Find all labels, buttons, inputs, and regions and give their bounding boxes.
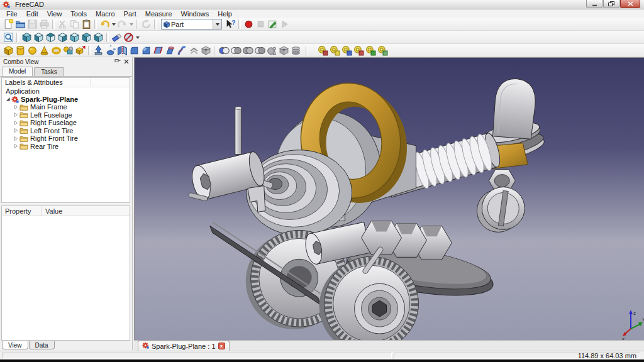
collapsed-arrow-icon[interactable]	[13, 136, 19, 141]
title-bar[interactable]: FreeCAD	[0, 0, 644, 9]
primitive-cone-icon[interactable]	[38, 45, 50, 57]
menu-view[interactable]: View	[43, 10, 67, 18]
sweep-icon[interactable]	[176, 45, 188, 57]
collapsed-arrow-icon[interactable]	[13, 104, 19, 110]
tree-item-left-fuselage[interactable]: Left Fuselage	[2, 111, 130, 119]
offset-icon[interactable]	[188, 45, 200, 57]
copy-icon[interactable]	[69, 18, 80, 30]
right-view-icon[interactable]	[57, 31, 69, 43]
turn-off-style-icon[interactable]	[123, 31, 135, 43]
open-document-icon[interactable]	[14, 18, 26, 30]
tree-header[interactable]: Labels & Attributes	[2, 78, 130, 87]
boolean-operation-icon[interactable]	[218, 45, 230, 57]
dock-close-icon[interactable]	[124, 58, 129, 65]
tree-item-right-front-tire[interactable]: Right Front Tire	[2, 134, 130, 143]
shape-builder-icon[interactable]	[62, 45, 74, 57]
primitive-sphere-icon[interactable]	[26, 45, 38, 57]
tree-item-document[interactable]: Spark-Plug-Plane	[2, 96, 130, 104]
primitive-box-icon[interactable]	[3, 45, 14, 57]
tab-tasks[interactable]: Tasks	[34, 67, 64, 76]
rear-view-icon[interactable]	[69, 31, 80, 43]
cut-icon[interactable]	[57, 18, 69, 30]
left-view-icon[interactable]	[92, 31, 104, 43]
measure-linear-icon[interactable]	[317, 45, 329, 57]
chamfer-icon[interactable]	[140, 45, 152, 57]
cross-sections-icon[interactable]	[290, 45, 302, 57]
clear-measurement-icon[interactable]	[353, 45, 365, 57]
draw-style-options-icon[interactable]	[135, 31, 140, 43]
document-tab[interactable]: Spark-Plug-Plane : 1 x	[138, 341, 230, 351]
collapsed-arrow-icon[interactable]	[13, 112, 19, 118]
macro-edit-icon[interactable]	[267, 18, 279, 30]
redo-options-icon[interactable]	[128, 18, 134, 30]
menu-windows[interactable]: Windows	[177, 10, 214, 18]
workbench-selector[interactable]: Part	[161, 19, 222, 30]
revolve-icon[interactable]	[104, 45, 116, 57]
front-view-icon[interactable]	[33, 31, 45, 43]
combo-view-titlebar[interactable]: Combo View	[0, 57, 132, 66]
macro-record-icon[interactable]	[243, 18, 255, 30]
mirror-icon[interactable]	[116, 45, 128, 57]
redo-icon[interactable]	[116, 18, 128, 30]
boolean-intersection-icon[interactable]	[254, 45, 266, 57]
dock-pin-icon[interactable]	[114, 58, 121, 65]
top-view-icon[interactable]	[45, 31, 57, 43]
3d-viewport[interactable]: z Y x	[134, 57, 644, 340]
collapsed-arrow-icon[interactable]	[13, 143, 19, 149]
tab-close-button[interactable]: x	[218, 343, 225, 349]
menu-measure[interactable]: Measure	[141, 10, 177, 18]
workbench-dropdown-button[interactable]	[213, 19, 221, 29]
primitive-torus-icon[interactable]	[50, 45, 62, 57]
macro-stop-icon[interactable]	[255, 18, 267, 30]
fit-all-icon[interactable]	[3, 31, 14, 43]
tab-view[interactable]: View	[2, 341, 28, 349]
minimize-button[interactable]	[586, 0, 602, 8]
collapsed-arrow-icon[interactable]	[13, 128, 19, 133]
tree-item-rear-tire[interactable]: Rear Tire	[2, 143, 130, 151]
thickness-icon[interactable]	[200, 45, 212, 57]
menu-macro[interactable]: Macro	[91, 10, 119, 18]
tree-item-left-front-tire[interactable]: Left Front Tire	[2, 127, 130, 135]
tree-item-application[interactable]: Application	[2, 87, 130, 96]
undo-icon[interactable]	[99, 18, 111, 30]
boolean-cut-icon[interactable]	[230, 45, 242, 57]
restore-button[interactable]	[603, 0, 619, 8]
model-left-pod[interactable]	[189, 107, 267, 212]
macro-play-icon[interactable]	[279, 18, 291, 30]
menu-part[interactable]: Part	[119, 10, 141, 18]
collapsed-arrow-icon[interactable]	[13, 120, 19, 126]
close-button[interactable]	[620, 0, 640, 8]
tab-model[interactable]: Model	[2, 67, 33, 76]
menu-help[interactable]: Help	[213, 10, 236, 18]
print-icon[interactable]	[38, 18, 50, 30]
measure-refresh-icon[interactable]	[341, 45, 353, 57]
measure-angular-icon[interactable]	[329, 45, 341, 57]
menu-tools[interactable]: Tools	[66, 10, 91, 18]
tree-item-main-frame[interactable]: Main Frame	[2, 103, 130, 111]
tree-item-right-fuselage[interactable]: Right Fuselage	[2, 119, 130, 127]
join-connect-icon[interactable]	[266, 45, 278, 57]
refresh-icon[interactable]	[140, 18, 152, 30]
primitives-dialog-icon[interactable]	[74, 45, 86, 57]
fillet-icon[interactable]	[128, 45, 140, 57]
bottom-view-icon[interactable]	[80, 31, 92, 43]
toggle-measurement-delta-icon[interactable]	[377, 45, 389, 57]
tab-data[interactable]: Data	[29, 341, 55, 349]
primitive-cylinder-icon[interactable]	[14, 45, 26, 57]
save-document-icon[interactable]	[26, 18, 38, 30]
ruled-surface-icon[interactable]	[152, 45, 164, 57]
menu-edit[interactable]: Edit	[22, 10, 43, 18]
expanded-arrow-icon[interactable]	[4, 96, 11, 102]
draw-style-icon[interactable]	[111, 31, 123, 43]
axonometric-view-icon[interactable]	[21, 31, 33, 43]
boolean-union-icon[interactable]	[242, 45, 254, 57]
spark-plug-plane-model[interactable]: z Y x	[135, 58, 644, 340]
undo-options-icon[interactable]	[111, 18, 116, 30]
make-compound-icon[interactable]	[278, 45, 290, 57]
menu-file[interactable]: File	[2, 10, 22, 18]
loft-icon[interactable]	[164, 45, 176, 57]
extrude-icon[interactable]	[92, 45, 104, 57]
new-document-icon[interactable]	[3, 18, 14, 30]
whats-this-icon[interactable]: ?	[225, 18, 236, 30]
toggle-measurement-3d-icon[interactable]	[365, 45, 377, 57]
